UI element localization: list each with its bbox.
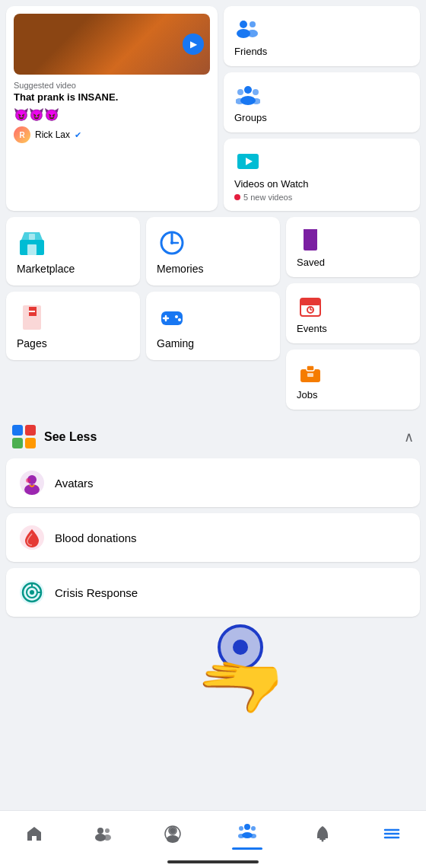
nav-card-groups[interactable]: Groups [224, 72, 420, 132]
tap-inner [233, 640, 248, 655]
grid-card-pages[interactable]: Pages [6, 292, 140, 360]
video-card[interactable]: ▶ Suggested video That prank is INSANE. … [6, 6, 218, 211]
verified-icon: ✔ [75, 130, 81, 140]
svg-point-53 [170, 828, 176, 834]
middle-section: Marketplace Pages [0, 217, 426, 416]
events-label: Events [297, 323, 327, 334]
svg-point-21 [170, 241, 173, 244]
nav-card-jobs[interactable]: Jobs [286, 349, 420, 410]
cursor-overlay: 🫳 [198, 624, 283, 727]
saved-icon [297, 226, 324, 254]
nav-friends[interactable] [85, 822, 122, 850]
svg-point-4 [244, 86, 252, 94]
grid-card-marketplace[interactable]: Marketplace [6, 217, 140, 286]
nav-card-events[interactable]: Events [286, 283, 420, 343]
svg-point-61 [238, 834, 244, 838]
crisis-response-icon [18, 579, 46, 606]
video-thumbnail: ▶ [14, 14, 210, 75]
svg-point-59 [251, 826, 256, 831]
suggested-label: Suggested video [14, 81, 210, 90]
see-less-multi-icon [12, 425, 37, 449]
svg-point-5 [237, 89, 243, 95]
right-column-top: Friends Groups [224, 6, 420, 211]
svg-rect-31 [300, 298, 320, 305]
friends-nav-icon [94, 825, 113, 847]
avatars-icon [18, 469, 46, 496]
groups-label: Groups [234, 112, 267, 123]
menu-nav-icon [383, 825, 401, 847]
friends-label: Friends [234, 46, 267, 57]
svg-point-58 [239, 826, 243, 831]
groups-nav-icon [238, 822, 256, 844]
friends-icon [234, 15, 262, 43]
tap-ring [218, 624, 263, 670]
list-item-avatars[interactable]: Avatars [6, 458, 420, 507]
list-item-blood-donations[interactable]: Blood donations [6, 513, 420, 562]
video-title: That prank is INSANE. [14, 91, 210, 103]
top-section: ▶ Suggested video That prank is INSANE. … [0, 0, 426, 217]
svg-point-25 [175, 315, 178, 318]
see-less-label: See Less [44, 430, 396, 444]
jobs-icon [297, 359, 324, 386]
author-row: R Rick Lax ✔ [14, 126, 210, 143]
groups-icon [234, 81, 262, 109]
author-name: Rick Lax [35, 129, 70, 140]
pages-icon [17, 302, 47, 333]
svg-rect-14 [29, 234, 35, 240]
nav-profile[interactable] [154, 822, 191, 850]
blood-donations-label: Blood donations [55, 531, 137, 544]
left-grid: Marketplace Pages [6, 217, 140, 410]
watch-sublabel: 5 new videos [234, 193, 292, 202]
svg-point-0 [240, 21, 247, 28]
nav-menu[interactable] [374, 822, 410, 850]
hand-cursor-icon: 🫳 [198, 647, 283, 727]
avatars-label: Avatars [55, 477, 94, 490]
svg-point-41 [26, 478, 30, 483]
nav-active-indicator [232, 847, 262, 850]
memories-label: Memories [157, 263, 203, 275]
svg-point-57 [244, 824, 250, 830]
watch-icon [234, 148, 262, 175]
svg-point-64 [321, 839, 323, 841]
right-grid-left: Memories Gaming [146, 217, 280, 410]
pages-label: Pages [17, 337, 47, 349]
nav-home[interactable] [16, 822, 52, 850]
events-icon [297, 292, 324, 320]
watch-label: Videos on Watch [234, 178, 309, 190]
svg-point-46 [30, 590, 34, 595]
svg-rect-13 [27, 244, 37, 255]
jobs-label: Jobs [297, 389, 317, 400]
nav-card-watch[interactable]: Videos on Watch 5 new videos [224, 139, 420, 211]
svg-point-50 [105, 828, 110, 833]
play-button-icon: ▶ [183, 34, 204, 55]
svg-point-6 [253, 89, 259, 95]
svg-rect-37 [307, 373, 313, 377]
nav-card-saved[interactable]: Saved [286, 217, 420, 277]
svg-point-3 [247, 30, 258, 37]
chevron-up-icon: ∧ [404, 429, 414, 445]
bottom-navigation [0, 810, 426, 868]
crisis-response-label: Crisis Response [55, 586, 138, 599]
notifications-nav-icon [313, 825, 332, 847]
right-nav-col: Saved Events [286, 217, 420, 410]
marketplace-icon [17, 228, 47, 258]
profile-nav-icon [164, 825, 182, 847]
grid-card-gaming[interactable]: Gaming [146, 292, 280, 360]
marketplace-label: Marketplace [17, 263, 75, 275]
nav-card-friends[interactable]: Friends [224, 6, 420, 66]
see-less-row[interactable]: See Less ∧ [0, 416, 426, 458]
nav-notifications[interactable] [304, 822, 341, 850]
home-icon [25, 825, 43, 847]
svg-point-26 [178, 318, 181, 321]
svg-point-49 [97, 828, 103, 834]
author-avatar: R [14, 126, 30, 143]
list-section: Avatars Blood donations Crisis Response [0, 458, 426, 617]
gaming-label: Gaming [157, 337, 194, 349]
memories-icon [157, 228, 187, 258]
grid-card-memories[interactable]: Memories [146, 217, 280, 286]
red-dot-icon [234, 194, 240, 200]
svg-point-52 [103, 834, 111, 841]
nav-groups-active[interactable] [223, 819, 272, 853]
list-item-crisis-response[interactable]: Crisis Response [6, 568, 420, 617]
blood-donations-icon [18, 524, 46, 551]
